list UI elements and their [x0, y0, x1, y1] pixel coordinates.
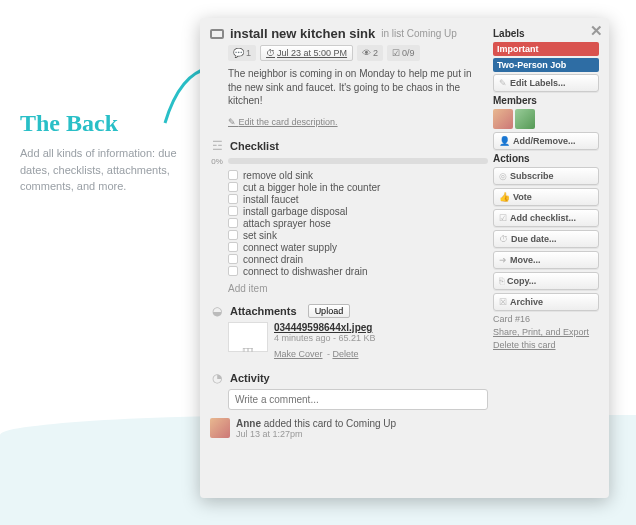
member-avatar[interactable] [493, 109, 513, 129]
comment-input[interactable] [228, 389, 488, 410]
checklist-item-text: attach sprayer hose [243, 218, 331, 229]
list-name: in list Coming Up [381, 28, 457, 39]
checklist-item[interactable]: connect water supply [228, 242, 488, 253]
checklist-item-text: set sink [243, 230, 277, 241]
activity-entry: Anne added this card to Coming Up [236, 418, 396, 429]
delete-card-link[interactable]: Delete this card [493, 340, 599, 350]
checklist-item-text: install faucet [243, 194, 299, 205]
checkbox[interactable] [228, 194, 238, 204]
actions-heading: Actions [493, 153, 599, 164]
action-icon: ◎ [499, 171, 507, 181]
label-red[interactable]: Important [493, 42, 599, 56]
action-move[interactable]: ➜Move... [493, 251, 599, 269]
delete-attachment-link[interactable]: Delete [332, 349, 358, 359]
card-description: The neighbor is coming in on Monday to h… [228, 67, 488, 108]
checklist-item-text: cut a bigger hole in the counter [243, 182, 380, 193]
checklist-item[interactable]: remove old sink [228, 170, 488, 181]
checkbox[interactable] [228, 230, 238, 240]
avatar[interactable] [210, 418, 230, 438]
checklist-item[interactable]: set sink [228, 230, 488, 241]
activity-title: Activity [230, 372, 270, 384]
action-icon: ☑ [499, 213, 507, 223]
card-id: Card #16 [493, 314, 599, 324]
add-remove-members-button[interactable]: 👤Add/Remove... [493, 132, 599, 150]
action-icon: 👍 [499, 192, 510, 202]
make-cover-link[interactable]: Make Cover [274, 349, 323, 359]
attachment-name[interactable]: 034449598644xl.jpeg [274, 322, 376, 333]
upload-button[interactable]: Upload [308, 304, 351, 318]
action-icon: ➜ [499, 255, 507, 265]
checklist-item-text: connect water supply [243, 242, 337, 253]
checkbox[interactable] [228, 266, 238, 276]
checkbox[interactable] [228, 218, 238, 228]
checkbox[interactable] [228, 242, 238, 252]
attachment-icon: ◒ [210, 304, 224, 318]
checkbox[interactable] [228, 206, 238, 216]
card-icon [210, 29, 224, 39]
label-blue[interactable]: Two-Person Job [493, 58, 599, 72]
checklist-item-text: install garbage disposal [243, 206, 348, 217]
edit-labels-button[interactable]: ✎Edit Labels... [493, 74, 599, 92]
checkbox[interactable] [228, 170, 238, 180]
checklist-badge: ☑ 0/9 [387, 45, 420, 61]
action-add-checklist[interactable]: ☑Add checklist... [493, 209, 599, 227]
add-checklist-item[interactable]: Add item [228, 283, 488, 294]
close-icon[interactable]: ✕ [590, 22, 603, 40]
checklist-item-text: connect drain [243, 254, 303, 265]
action-subscribe[interactable]: ◎Subscribe [493, 167, 599, 185]
labels-heading: Labels [493, 28, 599, 39]
attachments-title: Attachments [230, 305, 297, 317]
action-icon: ⎘ [499, 276, 504, 286]
progress-bar [228, 158, 488, 164]
checklist-item[interactable]: connect to dishwasher drain [228, 266, 488, 277]
checkbox[interactable] [228, 182, 238, 192]
action-vote[interactable]: 👍Vote [493, 188, 599, 206]
comments-badge: 💬 1 [228, 45, 256, 61]
checklist-item[interactable]: attach sprayer hose [228, 218, 488, 229]
edit-description-link[interactable]: ✎ Edit the card description. [228, 117, 338, 127]
action-copy[interactable]: ⎘Copy... [493, 272, 599, 290]
attachment-meta: 4 minutes ago - 65.21 KB [274, 333, 376, 343]
action-icon: ☒ [499, 297, 507, 307]
checklist-item-text: remove old sink [243, 170, 313, 181]
activity-icon: ◔ [210, 371, 224, 385]
member-avatar[interactable] [515, 109, 535, 129]
checklist-item[interactable]: cut a bigger hole in the counter [228, 182, 488, 193]
card-back-modal: ✕ install new kitchen sink in list Comin… [200, 18, 609, 498]
checklist-item[interactable]: install faucet [228, 194, 488, 205]
card-title[interactable]: install new kitchen sink [230, 26, 375, 41]
checklist-icon: ☲ [210, 139, 224, 153]
members-heading: Members [493, 95, 599, 106]
checkbox[interactable] [228, 254, 238, 264]
share-link[interactable]: Share, Print, and Export [493, 327, 599, 337]
progress-label: 0% [210, 157, 224, 166]
person-icon: 👤 [499, 136, 510, 146]
checklist-item[interactable]: install garbage disposal [228, 206, 488, 217]
activity-time: Jul 13 at 1:27pm [236, 429, 396, 439]
action-due-date[interactable]: ⏱Due date... [493, 230, 599, 248]
pencil-icon: ✎ [499, 78, 507, 88]
callout-text: Add all kinds of information: due dates,… [20, 145, 185, 195]
due-date-badge[interactable]: ⏱ Jul 23 at 5:00 PM [260, 45, 353, 61]
action-icon: ⏱ [499, 234, 508, 244]
votes-badge: 👁 2 [357, 45, 383, 61]
checklist-item-text: connect to dishwasher drain [243, 266, 368, 277]
attachment-thumbnail[interactable]: ╓╥╖ [228, 322, 268, 352]
action-archive[interactable]: ☒Archive [493, 293, 599, 311]
checklist-item[interactable]: connect drain [228, 254, 488, 265]
checklist-title: Checklist [230, 140, 279, 152]
